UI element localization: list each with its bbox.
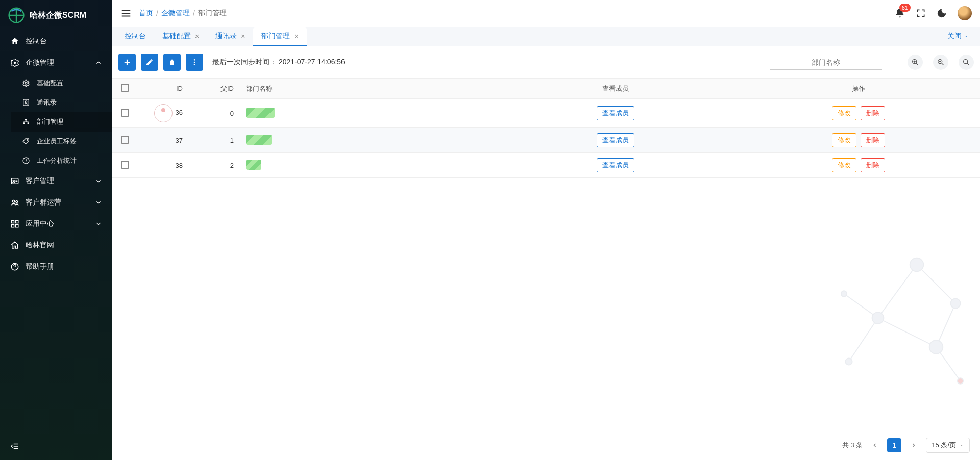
- sidebar-item-group[interactable]: 客户群运营: [0, 192, 112, 213]
- clock-icon: [21, 156, 31, 165]
- pager-next[interactable]: [906, 438, 921, 452]
- cell-id: 38: [138, 153, 189, 178]
- delete-button[interactable]: [163, 54, 181, 71]
- delete-row-button[interactable]: 删除: [861, 106, 885, 120]
- fullscreen-button[interactable]: [916, 8, 926, 18]
- close-icon[interactable]: ×: [241, 32, 245, 40]
- brand-title: 哈林企微SCRM: [30, 10, 86, 21]
- edit-row-button[interactable]: 修改: [832, 158, 856, 172]
- svg-line-31: [936, 347, 961, 381]
- checkbox[interactable]: [121, 161, 129, 169]
- gear-icon: [10, 58, 19, 67]
- svg-line-30: [936, 303, 955, 347]
- zoom-in-button[interactable]: [908, 55, 923, 70]
- sidebar-collapse[interactable]: [0, 435, 112, 460]
- tabs-close-label: 关闭: [947, 32, 962, 41]
- breadcrumb-l1[interactable]: 企微管理: [161, 9, 190, 18]
- org-icon: [21, 117, 31, 126]
- sidebar-item-label: 客户群运营: [26, 198, 61, 207]
- sync-label: 最后一次同步时间：: [212, 58, 277, 66]
- tabs-close-menu[interactable]: 关闭: [940, 32, 976, 41]
- svg-point-33: [951, 299, 961, 309]
- svg-line-28: [849, 318, 878, 362]
- tab-contacts[interactable]: 通讯录×: [207, 27, 253, 46]
- table-row: 360查看成员修改删除: [112, 99, 980, 128]
- cell-name: [240, 153, 494, 178]
- notifications-button[interactable]: 61: [894, 8, 905, 19]
- cell-pid: 1: [189, 128, 240, 153]
- breadcrumb-current: 部门管理: [198, 9, 227, 18]
- delete-row-button[interactable]: 删除: [861, 158, 885, 172]
- view-members-button[interactable]: 查看成员: [597, 106, 634, 120]
- table-wrap: ID 父ID 部门名称 查看成员 操作 360查看成员修改删除371查看成员修改…: [112, 79, 980, 430]
- checkbox-all[interactable]: [121, 84, 129, 92]
- edit-button[interactable]: [141, 54, 158, 71]
- pager-prev[interactable]: [868, 438, 882, 452]
- tab-console[interactable]: 控制台: [116, 27, 154, 46]
- svg-point-37: [929, 340, 943, 354]
- chevron-up-icon: [95, 59, 102, 66]
- edit-row-button[interactable]: 修改: [832, 133, 856, 147]
- top-actions: 61: [894, 6, 972, 20]
- sidebar-item-customer[interactable]: 客户管理: [0, 170, 112, 192]
- svg-rect-7: [28, 122, 29, 124]
- sidebar-item-website[interactable]: 哈林官网: [0, 235, 112, 256]
- svg-point-24: [964, 60, 968, 64]
- chevron-down-icon: [95, 177, 102, 185]
- tab-basic[interactable]: 基础配置×: [154, 27, 207, 46]
- edit-row-button[interactable]: 修改: [832, 106, 856, 120]
- sidebar: 哈林企微SCRM 控制台 企微管理 基础配置 通讯录: [0, 0, 112, 460]
- sidebar-item-tags[interactable]: 企业员工标签: [11, 132, 112, 151]
- main: 首页 / 企微管理 / 部门管理 61 控制台: [112, 0, 980, 460]
- svg-point-13: [16, 201, 18, 203]
- pager-size-select[interactable]: 15 条/页: [926, 438, 970, 453]
- close-icon[interactable]: ×: [294, 32, 298, 40]
- svg-point-19: [194, 59, 195, 61]
- svg-rect-17: [16, 225, 18, 227]
- sidebar-item-label: 通讯录: [37, 98, 57, 107]
- sidebar-item-qw[interactable]: 企微管理: [0, 52, 112, 73]
- sidebar-item-contacts[interactable]: 通讯录: [11, 93, 112, 112]
- sidebar-item-basic[interactable]: 基础配置: [11, 73, 112, 93]
- pager-size-label: 15 条/页: [932, 441, 956, 450]
- search-input[interactable]: [770, 55, 882, 70]
- delete-row-button[interactable]: 删除: [861, 133, 885, 147]
- svg-line-25: [878, 265, 917, 318]
- brand: 哈林企微SCRM: [0, 0, 112, 31]
- zoom-reset-button[interactable]: [959, 55, 974, 70]
- svg-point-38: [958, 378, 963, 384]
- sidebar-item-console[interactable]: 控制台: [0, 31, 112, 52]
- breadcrumb-home[interactable]: 首页: [139, 9, 153, 18]
- sidebar-item-apps[interactable]: 应用中心: [0, 213, 112, 235]
- menu-toggle[interactable]: [120, 8, 132, 19]
- view-members-button[interactable]: 查看成员: [597, 133, 634, 147]
- checkbox[interactable]: [121, 109, 129, 117]
- breadcrumb-sep: /: [193, 9, 195, 17]
- zoom-out-button[interactable]: [933, 55, 948, 70]
- checkbox[interactable]: [121, 136, 129, 144]
- svg-point-36: [845, 358, 852, 365]
- close-icon[interactable]: ×: [195, 32, 199, 40]
- svg-point-32: [910, 258, 924, 272]
- cell-name: [240, 128, 494, 153]
- more-button[interactable]: [186, 54, 203, 71]
- sidebar-item-label: 部门管理: [37, 117, 63, 126]
- tab-label: 部门管理: [261, 32, 290, 41]
- sidebar-item-help[interactable]: 帮助手册: [0, 256, 112, 277]
- tab-dept[interactable]: 部门管理×: [253, 27, 306, 46]
- svg-line-27: [844, 294, 878, 318]
- nav: 控制台 企微管理 基础配置 通讯录 部门管理: [0, 31, 112, 435]
- sidebar-item-label: 企微管理: [26, 58, 54, 67]
- col-pid: 父ID: [189, 79, 240, 99]
- avatar[interactable]: [958, 6, 972, 20]
- theme-toggle[interactable]: [936, 8, 947, 19]
- svg-point-4: [25, 101, 27, 103]
- sidebar-item-dept[interactable]: 部门管理: [11, 112, 112, 132]
- pager-page-1[interactable]: 1: [887, 438, 901, 452]
- sidebar-item-stats[interactable]: 工作分析统计: [11, 151, 112, 170]
- home-icon: [10, 37, 19, 46]
- add-button[interactable]: [118, 54, 136, 71]
- col-checkbox: [112, 79, 138, 99]
- table-row: 382查看成员修改删除: [112, 153, 980, 178]
- view-members-button[interactable]: 查看成员: [597, 158, 634, 172]
